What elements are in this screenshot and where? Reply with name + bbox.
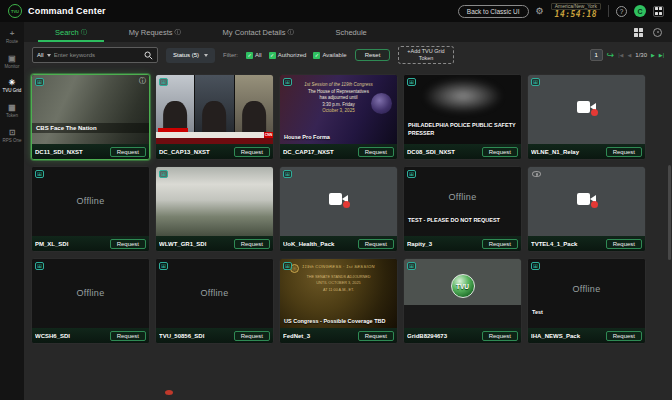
stream-thumbnail: PHILADELPHIA POLICE PUBLIC SAFETY PRESSE… [404,75,521,144]
reset-button[interactable]: Reset [355,49,391,61]
sidebar-item-label: TVU Grid [3,89,22,94]
tab-label: My Contact Details [223,28,286,37]
stream-name: DC_CAP13_NXST [159,149,231,155]
sidebar-item-tvu-grid[interactable]: ✳ TVU Grid [0,78,24,95]
sidebar-item-monitor[interactable]: ▣ Monitor [0,54,24,71]
search-input[interactable] [54,52,141,58]
request-button[interactable]: Request [234,239,270,249]
stream-card-TVTEL4_1_Pack[interactable]: TVTEL4_1_Pack Request [527,166,646,252]
stream-card-DC08_SDI_NXST[interactable]: PHILADELPHIA POLICE PUBLIC SAFETY PRESSE… [403,74,522,160]
request-button[interactable]: Request [482,331,518,341]
thumbnail-text-line: October 3, 2025 [280,108,397,114]
checkbox-label: All [255,52,262,58]
filter-checkbox-available[interactable]: ✓ Available [313,52,346,59]
request-button[interactable]: Request [606,331,642,341]
sidebar-item-label: Monitor [4,65,19,70]
request-button[interactable]: Request [358,147,394,157]
grid-source-icon: ⊞ [407,170,416,178]
stream-name: DC_CAP17_NXST [283,149,355,155]
stream-card-DC_CAP13_NXST[interactable]: CNN⊞ DC_CAP13_NXST Request [155,74,274,160]
request-button[interactable]: Request [110,331,146,341]
checkbox-label: Authorized [278,52,307,58]
grid-source-icon: ⊞ [35,170,44,178]
grid-source-icon: ⊞ [531,262,540,270]
page-indicator: 1/30 [635,52,647,58]
blurred-content [424,79,502,113]
tab-my-contact-details[interactable]: My Contact Details ⓘ [202,22,315,42]
sidebar-item-route[interactable]: + Route [0,29,24,46]
stream-thumbnail: Offline⊞ [32,259,149,328]
offline-status: Offline [404,191,521,201]
sidebar-item-token[interactable]: ▦ Token [0,103,24,120]
token-icon: ▦ [8,104,16,113]
stream-label-bar: WLNE_N1_Relay Request [528,144,645,159]
add-tvu-grid-token-button[interactable]: +Add TVU Grid Token [398,46,453,64]
first-page-icon[interactable]: |◀ [618,53,623,58]
auto-refresh-icon[interactable] [653,28,662,37]
thumbnail-text: 1st Session of the 119th CongressThe Hou… [280,82,397,114]
request-button[interactable]: Request [234,331,270,341]
stream-card-PM_XL_SDI[interactable]: Offline⊞ PM_XL_SDI Request [31,166,150,252]
thumbnail-text: 119th CONGRESS · 1st SESSIONTHE SENATE S… [280,264,397,293]
page-number-input[interactable]: 1 [590,49,603,61]
stream-label-bar: UoK_Health_Pack Request [280,236,397,251]
request-button[interactable]: Request [606,239,642,249]
request-button[interactable]: Request [110,147,146,157]
stream-card-DC11_SDI_NXST[interactable]: CBS Face The Nation⊞ⓘ DC11_SDI_NXST Requ… [31,74,150,160]
stream-label-bar: Rapity_3 Request [404,236,521,251]
info-icon[interactable]: ⓘ [139,77,146,84]
search-box[interactable]: All [32,47,158,63]
last-page-icon[interactable]: ▶| [659,53,664,58]
stream-card-FedNet_3[interactable]: 119th CONGRESS · 1st SESSIONTHE SENATE S… [279,258,398,344]
request-button[interactable]: Request [482,239,518,249]
status-dropdown[interactable]: Status (5) [166,48,215,63]
stream-card-UoK_Health_Pack[interactable]: ⊞ UoK_Health_Pack Request [279,166,398,252]
stream-card-Rapity_3[interactable]: OfflineTEST - PLEASE DO NOT REQUEST⊞ Rap… [403,166,522,252]
tabs-bar: Search ⓘ My Requests ⓘ My Contact Detail… [24,22,672,42]
stream-label-bar: IHA_NEWS_Pack Request [528,328,645,343]
request-button[interactable]: Request [482,147,518,157]
stream-name: WCSH6_SDI [35,333,107,339]
stream-card-IHA_NEWS_Pack[interactable]: OfflineTest⊞ IHA_NEWS_Pack Request [527,258,646,344]
help-icon[interactable]: ? [616,6,627,17]
offline-status: Offline [32,196,149,206]
stream-card-WLWT_GR1_SDI[interactable]: ⊞ WLWT_GR1_SDI Request [155,166,274,252]
back-to-classic-button[interactable]: Back to Classic UI [458,5,529,18]
filter-checkbox-authorized[interactable]: ✓ Authorized [269,52,307,59]
gear-icon[interactable]: ⚙ [536,7,544,16]
stream-card-WLNE_N1_Relay[interactable]: ⊞ WLNE_N1_Relay Request [527,74,646,160]
grid-source-icon: ⊞ [159,170,168,178]
stream-name: TVU_50856_SDI [159,333,231,339]
avatar[interactable]: C [634,5,646,17]
request-button[interactable]: Request [358,239,394,249]
request-button[interactable]: Request [234,147,270,157]
stream-label-bar: TVU_50856_SDI Request [156,328,273,343]
digital-clock: 14:54:18 [555,10,598,19]
apps-grid-icon[interactable] [653,6,664,17]
stream-card-DC_CAP17_NXST[interactable]: 1st Session of the 119th CongressThe Hou… [279,74,398,160]
previous-page-icon[interactable]: ◀ [627,53,631,58]
stream-card-TVU_50856_SDI[interactable]: Offline⊞ TVU_50856_SDI Request [155,258,274,344]
search-scope-dropdown[interactable]: All [37,52,51,58]
magnifier-icon[interactable] [144,51,153,60]
grid-view-icon[interactable] [634,28,643,37]
stream-card-GridB8294673[interactable]: TVU⊞ GridB8294673 Request [403,258,522,344]
filter-checkbox-all[interactable]: ✓ All [246,52,262,59]
thumbnail-caption: PHILADELPHIA POLICE PUBLIC SAFETY PRESSE… [408,122,518,137]
next-page-icon[interactable]: ▶ [651,53,655,58]
stream-name: GridB8294673 [407,333,479,339]
request-button[interactable]: Request [110,239,146,249]
stream-card-WCSH6_SDI[interactable]: Offline⊞ WCSH6_SDI Request [31,258,150,344]
thumbnail-caption: CBS Face The Nation [32,123,149,133]
request-button[interactable]: Request [358,331,394,341]
tab-search[interactable]: Search ⓘ [34,22,108,42]
request-button[interactable]: Request [606,147,642,157]
tab-my-requests[interactable]: My Requests ⓘ [108,22,202,42]
go-to-page-icon[interactable]: ↪ [607,51,615,60]
app-title: Command Center [28,6,106,16]
scrollbar[interactable] [668,165,671,260]
stream-thumbnail: ⊞ [280,167,397,236]
tab-schedule[interactable]: Schedule [314,22,387,42]
sidebar-item-rps-one[interactable]: ⊡ RPS One [0,128,24,145]
top-bar-right: Back to Classic UI ⚙ America/New_York 14… [458,3,664,20]
